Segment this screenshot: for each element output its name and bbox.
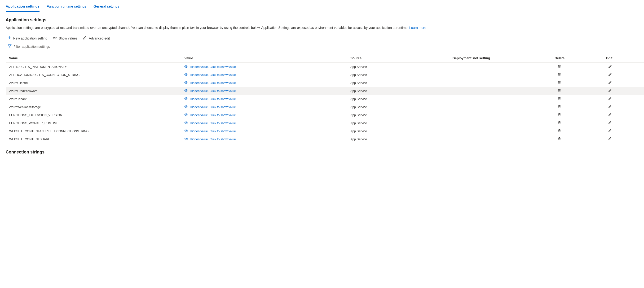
svg-point-7 bbox=[186, 114, 187, 115]
edit-button[interactable] bbox=[608, 81, 612, 85]
tab-application-settings[interactable]: Application settings bbox=[6, 4, 40, 12]
trash-icon bbox=[558, 89, 561, 93]
pencil-icon bbox=[608, 64, 612, 69]
setting-name[interactable]: FUNCTIONS_WORKER_RUNTIME bbox=[6, 121, 184, 125]
hidden-value-link[interactable]: Hidden value. Click to show value bbox=[184, 65, 236, 69]
edit-button[interactable] bbox=[608, 137, 612, 141]
header-deployment-slot[interactable]: Deployment slot setting bbox=[452, 56, 555, 60]
hidden-value-link[interactable]: Hidden value. Click to show value bbox=[184, 81, 236, 85]
setting-source: App Service bbox=[350, 105, 452, 109]
table-row: WEBSITE_CONTENTAZUREFILECONNECTIONSTRING… bbox=[6, 127, 644, 135]
show-values-button[interactable]: Show values bbox=[53, 36, 77, 40]
edit-button[interactable] bbox=[608, 105, 612, 109]
pencil-icon bbox=[608, 73, 612, 77]
delete-button[interactable] bbox=[558, 97, 561, 101]
setting-source: App Service bbox=[350, 129, 452, 133]
hidden-value-link[interactable]: Hidden value. Click to show value bbox=[184, 73, 236, 77]
pencil-icon bbox=[83, 36, 87, 40]
table-row: AzureTenantHidden value. Click to show v… bbox=[6, 95, 644, 103]
setting-name[interactable]: WEBSITE_CONTENTAZUREFILECONNECTIONSTRING bbox=[6, 129, 184, 133]
table-row: APPLICATIONINSIGHTS_CONNECTION_STRINGHid… bbox=[6, 71, 644, 79]
hidden-value-text: Hidden value. Click to show value bbox=[190, 105, 236, 109]
eye-icon bbox=[184, 89, 188, 93]
settings-table: Name Value Source Deployment slot settin… bbox=[6, 53, 644, 143]
delete-button[interactable] bbox=[558, 129, 561, 133]
advanced-edit-button[interactable]: Advanced edit bbox=[83, 36, 110, 40]
table-row: WEBSITE_CONTENTSHAREHidden value. Click … bbox=[6, 135, 644, 143]
new-application-setting-button[interactable]: New application setting bbox=[8, 36, 47, 40]
hidden-value-link[interactable]: Hidden value. Click to show value bbox=[184, 137, 236, 141]
setting-name[interactable]: AzureWebJobsStorage bbox=[6, 105, 184, 109]
learn-more-link[interactable]: Learn more bbox=[409, 26, 426, 29]
tab-general-settings[interactable]: General settings bbox=[94, 4, 119, 12]
eye-icon bbox=[184, 81, 188, 85]
eye-icon bbox=[184, 121, 188, 125]
setting-name[interactable]: AzureClientId bbox=[6, 81, 184, 85]
table-row: AzureCredPasswordHidden value. Click to … bbox=[6, 87, 644, 95]
delete-button[interactable] bbox=[558, 105, 561, 109]
setting-source: App Service bbox=[350, 137, 452, 141]
edit-button[interactable] bbox=[608, 73, 612, 77]
toolbar: New application setting Show values Adva… bbox=[0, 30, 644, 43]
hidden-value-link[interactable]: Hidden value. Click to show value bbox=[184, 89, 236, 93]
table-row: FUNCTIONS_WORKER_RUNTIMEHidden value. Cl… bbox=[6, 119, 644, 127]
hidden-value-link[interactable]: Hidden value. Click to show value bbox=[184, 121, 236, 125]
pencil-icon bbox=[608, 89, 612, 93]
hidden-value-link[interactable]: Hidden value. Click to show value bbox=[184, 129, 236, 133]
trash-icon bbox=[558, 129, 561, 133]
hidden-value-text: Hidden value. Click to show value bbox=[190, 89, 236, 93]
delete-button[interactable] bbox=[558, 64, 561, 69]
svg-point-1 bbox=[186, 66, 187, 67]
tabs-bar: Application settings Function runtime se… bbox=[0, 0, 644, 12]
svg-point-6 bbox=[186, 106, 187, 107]
delete-button[interactable] bbox=[558, 89, 561, 93]
setting-name[interactable]: FUNCTIONS_EXTENSION_VERSION bbox=[6, 113, 184, 117]
hidden-value-text: Hidden value. Click to show value bbox=[190, 97, 236, 101]
header-source[interactable]: Source bbox=[350, 56, 452, 60]
edit-button[interactable] bbox=[608, 121, 612, 125]
edit-button[interactable] bbox=[608, 64, 612, 69]
pencil-icon bbox=[608, 81, 612, 85]
trash-icon bbox=[558, 81, 561, 85]
hidden-value-link[interactable]: Hidden value. Click to show value bbox=[184, 97, 236, 101]
setting-name[interactable]: AzureCredPassword bbox=[6, 89, 184, 93]
trash-icon bbox=[558, 137, 561, 141]
tab-function-runtime-settings[interactable]: Function runtime settings bbox=[46, 4, 86, 12]
hidden-value-text: Hidden value. Click to show value bbox=[190, 113, 236, 117]
setting-name[interactable]: APPLICATIONINSIGHTS_CONNECTION_STRING bbox=[6, 73, 184, 77]
setting-source: App Service bbox=[350, 113, 452, 117]
hidden-value-text: Hidden value. Click to show value bbox=[190, 129, 236, 133]
table-row: APPINSIGHTS_INSTRUMENTATIONKEYHidden val… bbox=[6, 63, 644, 71]
delete-button[interactable] bbox=[558, 113, 561, 117]
delete-button[interactable] bbox=[558, 121, 561, 125]
delete-button[interactable] bbox=[558, 73, 561, 77]
setting-name[interactable]: AzureTenant bbox=[6, 97, 184, 101]
setting-source: App Service bbox=[350, 65, 452, 69]
hidden-value-text: Hidden value. Click to show value bbox=[190, 81, 236, 85]
eye-icon bbox=[184, 105, 188, 109]
setting-source: App Service bbox=[350, 73, 452, 77]
hidden-value-link[interactable]: Hidden value. Click to show value bbox=[184, 113, 236, 117]
filter-icon bbox=[8, 44, 14, 49]
trash-icon bbox=[558, 73, 561, 77]
hidden-value-link[interactable]: Hidden value. Click to show value bbox=[184, 105, 236, 109]
filter-input-container[interactable] bbox=[6, 43, 81, 50]
header-value[interactable]: Value bbox=[184, 56, 350, 60]
new-application-setting-label: New application setting bbox=[13, 36, 47, 40]
edit-button[interactable] bbox=[608, 113, 612, 117]
eye-icon bbox=[53, 36, 57, 40]
svg-point-8 bbox=[186, 122, 187, 123]
delete-button[interactable] bbox=[558, 81, 561, 85]
header-name[interactable]: Name bbox=[6, 56, 184, 60]
filter-wrap bbox=[0, 43, 644, 53]
hidden-value-text: Hidden value. Click to show value bbox=[190, 121, 236, 125]
edit-button[interactable] bbox=[608, 89, 612, 93]
setting-name[interactable]: WEBSITE_CONTENTSHARE bbox=[6, 137, 184, 141]
edit-button[interactable] bbox=[608, 129, 612, 133]
pencil-icon bbox=[608, 113, 612, 117]
filter-application-settings-input[interactable] bbox=[14, 45, 79, 48]
delete-button[interactable] bbox=[558, 137, 561, 141]
edit-button[interactable] bbox=[608, 97, 612, 101]
setting-name[interactable]: APPINSIGHTS_INSTRUMENTATIONKEY bbox=[6, 65, 184, 69]
pencil-icon bbox=[608, 97, 612, 101]
